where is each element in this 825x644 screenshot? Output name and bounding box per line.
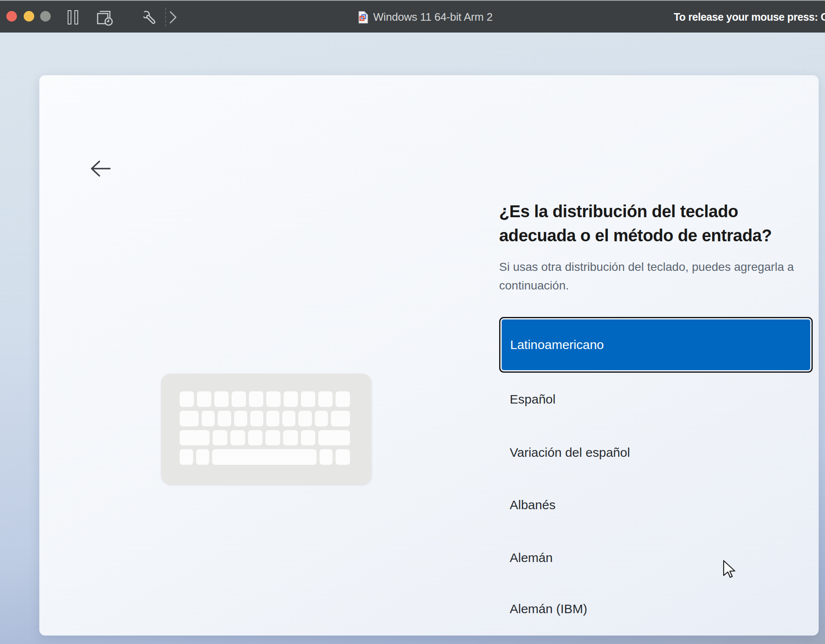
pause-vm-button[interactable] — [68, 1, 78, 33]
vm-window: Windows 11 64-bit Arm 2 To release your … — [0, 0, 825, 644]
keyboard-key — [282, 411, 295, 426]
pause-icon — [68, 10, 71, 25]
keyboard-spacebar-key — [212, 449, 317, 465]
keyboard-key — [249, 391, 263, 407]
titlebar: Windows 11 64-bit Arm 2 To release your … — [0, 0, 825, 33]
keyboard-layout-option-selected[interactable]: Latinoamericano — [499, 317, 813, 373]
keyboard-key — [318, 391, 333, 407]
layout-option-label: Alemán (IBM) — [510, 602, 587, 616]
keyboard-layout-option[interactable]: Alemán (IBM) — [499, 600, 813, 618]
release-mouse-hint: To release your mouse press: Con — [674, 1, 825, 33]
keyboard-row — [180, 391, 350, 407]
close-button[interactable] — [6, 11, 17, 22]
keyboard-key — [232, 391, 246, 407]
keyboard-key — [196, 449, 209, 465]
keyboard-key — [266, 391, 281, 407]
keyboard-key — [301, 391, 315, 407]
page-subtitle: Si usas otra distribución del teclado, p… — [499, 258, 820, 295]
keyboard-key — [266, 411, 279, 426]
page-title: ¿Es la distribución del teclado adecuada… — [499, 199, 825, 248]
keyboard-key — [284, 391, 298, 407]
oobe-setup-card: ¿Es la distribución del teclado adecuada… — [39, 75, 819, 636]
keyboard-layout-option[interactable]: Variación del español — [499, 443, 813, 462]
chevron-right-icon — [169, 11, 178, 24]
keyboard-layout-option[interactable]: Albanés — [499, 496, 813, 514]
keyboard-key — [250, 411, 263, 426]
keyboard-key — [180, 391, 194, 407]
back-arrow-icon — [89, 159, 112, 178]
page-title-line2: adecuada o el método de entrada? — [499, 224, 825, 248]
keyboard-key — [283, 430, 298, 446]
keyboard-key — [336, 449, 350, 465]
layout-option-label: Alemán — [510, 551, 553, 565]
layout-option-label: Latinoamericano — [510, 338, 604, 352]
keyboard-layout-option[interactable]: Alemán — [499, 548, 813, 567]
vm-settings-button[interactable] — [141, 1, 156, 33]
minimize-button[interactable] — [24, 11, 34, 22]
keyboard-key — [301, 430, 316, 446]
keyboard-row — [180, 449, 350, 465]
keyboard-row — [180, 411, 350, 426]
pause-icon — [74, 10, 78, 25]
page-subtitle-line2: continuación. — [499, 276, 820, 295]
keyboard-key — [230, 430, 245, 446]
layout-option-label: Variación del español — [510, 445, 630, 460]
keyboard-illustration — [161, 374, 371, 484]
keyboard-key — [318, 430, 350, 446]
keyboard-key — [315, 411, 328, 426]
keyboard-key — [331, 411, 350, 426]
vm-document-icon — [358, 11, 368, 24]
layout-option-label: Albanés — [510, 498, 555, 512]
toolbar-separator — [165, 8, 166, 27]
page-title-line1: ¿Es la distribución del teclado — [499, 199, 825, 224]
keyboard-key — [265, 430, 280, 446]
keyboard-key — [213, 430, 227, 446]
keyboard-row — [180, 430, 350, 446]
keyboard-key — [298, 411, 311, 426]
keyboard-key — [234, 411, 247, 426]
window-title-group: Windows 11 64-bit Arm 2 — [358, 1, 492, 33]
keyboard-key — [202, 411, 215, 426]
keyboard-key — [180, 411, 199, 426]
window-title: Windows 11 64-bit Arm 2 — [373, 11, 492, 24]
keyboard-key — [180, 430, 210, 446]
keyboard-key — [320, 449, 333, 465]
expand-toolbar-button[interactable] — [169, 1, 178, 33]
keyboard-key — [336, 391, 350, 407]
keyboard-key — [248, 430, 263, 446]
snapshot-icon — [96, 8, 113, 26]
zoom-button-disabled — [40, 11, 51, 22]
snapshot-button[interactable] — [96, 1, 113, 33]
keyboard-key — [180, 449, 193, 465]
back-button[interactable] — [89, 159, 112, 178]
keyboard-layout-option[interactable]: Español — [499, 390, 813, 409]
page-subtitle-line1: Si usas otra distribución del teclado, p… — [499, 258, 820, 276]
wrench-icon — [141, 10, 156, 25]
keyboard-key — [214, 391, 229, 407]
keyboard-key — [197, 391, 211, 407]
keyboard-key — [218, 411, 231, 426]
layout-option-label: Español — [510, 392, 555, 407]
